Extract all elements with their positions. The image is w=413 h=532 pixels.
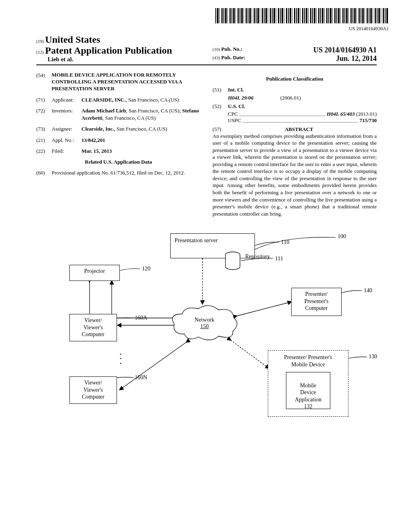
f51-lbl: Int. Cl. xyxy=(228,87,244,93)
lead-120: 120 xyxy=(142,266,150,272)
f51-class: H04L 29/06 xyxy=(228,95,253,101)
box-viewer-n: Viewer/ Viewer's Computer xyxy=(69,376,117,404)
f73-num: (73) xyxy=(36,125,52,133)
f73-val: Clearside, Inc., San Francisco, CA (US) xyxy=(81,125,200,133)
pubno-label: Pub. No.: xyxy=(221,46,242,52)
f57-num: (57) xyxy=(213,126,221,133)
label-repository: Repository xyxy=(245,254,270,260)
lead-160n: 160N xyxy=(135,374,147,381)
abstract-lbl: ABSTRACT xyxy=(285,126,313,132)
author-line: Lieb et al. xyxy=(36,56,200,63)
barcode xyxy=(215,8,389,23)
f22-num: (22) xyxy=(36,148,52,155)
box-mobile-app: Mobile Device Application132 xyxy=(286,372,330,409)
cpc-date: (2013.01) xyxy=(356,111,377,117)
box-viewer-a: Viewer/ Viewer's Computer xyxy=(69,314,117,341)
uspc-val: 715/730 xyxy=(359,117,377,123)
f72-lbl: Inventors: xyxy=(52,107,81,121)
svg-line-5 xyxy=(120,342,186,390)
pubdate: Jun. 12, 2014 xyxy=(336,54,377,63)
cpc-val: H04L 65/403 xyxy=(327,111,355,117)
code-10: (10) xyxy=(213,47,220,52)
box-presentation-server: Presentation server xyxy=(170,233,255,258)
dotted-line xyxy=(243,118,358,123)
pubclass-title: Publication Classification xyxy=(213,76,377,82)
invention-title: MOBILE DEVICE APPLICATION FOR REMOTELY C… xyxy=(52,72,200,92)
svg-line-6 xyxy=(237,302,291,316)
barcode-area: US 20140164930A1 xyxy=(36,8,389,32)
f71-num: (71) xyxy=(36,96,52,104)
pubno: US 2014/0164930 A1 xyxy=(313,46,377,54)
dotted-line xyxy=(240,112,325,116)
f21-num: (21) xyxy=(36,137,52,144)
pub-title: Patent Application Publication xyxy=(45,45,172,56)
code-43: (43) xyxy=(213,55,220,60)
box-presenter-computer: Presenter/ Presenter's Computer xyxy=(291,288,342,316)
f54-num: (54) xyxy=(36,72,52,92)
f22-val: Mar. 15, 2013 xyxy=(81,148,200,155)
f22-lbl: Filed: xyxy=(52,148,81,155)
related-title: Related U.S. Application Data xyxy=(36,159,200,165)
f51-num: (51) xyxy=(213,86,228,94)
abstract-text: An exemplary method comprises providing … xyxy=(213,133,377,218)
f51-date: (2006.01) xyxy=(280,94,301,102)
lead-140: 140 xyxy=(364,287,372,294)
country: United States xyxy=(45,34,100,45)
f52-lbl: U.S. Cl. xyxy=(228,103,245,109)
f21-val: 13/842,201 xyxy=(81,137,200,144)
f72-val: Adam Michael Lieb, San Francisco, CA (US… xyxy=(81,107,200,121)
f71-lbl: Applicant: xyxy=(52,96,81,104)
svg-line-7 xyxy=(231,340,269,368)
cloud-network: Network150 xyxy=(170,304,239,342)
barcode-text: US 20140164930A1 xyxy=(36,26,389,32)
code-19: (19) xyxy=(36,39,44,44)
box-projector: Projector xyxy=(69,265,120,281)
lead-111: 111 xyxy=(275,256,283,262)
lead-100: 100 xyxy=(338,233,346,240)
ellipsis-icon: ... xyxy=(120,350,121,364)
cylinder-icon xyxy=(225,251,241,271)
lead-110: 110 xyxy=(281,239,289,245)
cpc-lbl: CPC xyxy=(228,111,238,117)
header: (19) United States (12) Patent Applicati… xyxy=(36,34,377,65)
f21-lbl: Appl. No.: xyxy=(52,137,81,144)
code-12: (12) xyxy=(36,50,44,54)
f72-num: (72) xyxy=(36,107,52,121)
f60-num: (60) xyxy=(36,169,52,177)
uspc-lbl: USPC xyxy=(228,117,241,124)
bib-data: (54) MOBILE DEVICE APPLICATION FOR REMOT… xyxy=(36,72,377,217)
pubdate-label: Pub. Date: xyxy=(221,54,245,60)
f52-num: (52) xyxy=(213,103,228,110)
figure-1: Presentation server Repository 111 110 1… xyxy=(41,229,372,435)
f60-val: Provisional application No. 61/736,512, … xyxy=(52,169,200,177)
f73-lbl: Assignee: xyxy=(52,125,81,133)
lead-160a: 160A xyxy=(135,315,147,321)
f71-val: CLEARSIDE, INC., San Francisco, CA (US) xyxy=(81,96,200,104)
box-presenter-mobile: Presenter/ Presenter's Mobile Device Mob… xyxy=(268,350,348,417)
lead-130: 130 xyxy=(369,353,377,360)
